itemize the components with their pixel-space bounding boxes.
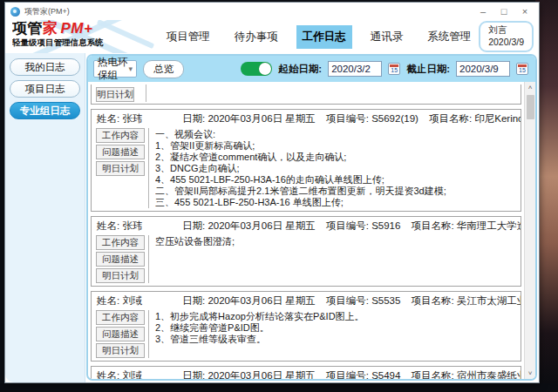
- entry-body: 工作内容问题描述明日计划一、视频会议:1、管架II更新标高确认;2、凝结水管道c…: [92, 127, 521, 211]
- overview-button[interactable]: 总览: [143, 60, 184, 78]
- entry-project-name: 项目名称: 印尼Kerinci 浆厂: [429, 112, 521, 125]
- entry-content-line: 1、初步完成将Hazop分析结论落实在P&ID图上。: [155, 311, 517, 322]
- window-titlebar: 项管家(PM+) – □ ×: [5, 3, 539, 20]
- entry-header: 姓名: 刘琙日期: 2020年03月06日 星期五项目编号: S5535项目名称…: [92, 292, 521, 309]
- vertical-scrollbar[interactable]: ˄ ˅: [524, 82, 535, 379]
- calendar-icon[interactable]: 15: [388, 63, 400, 75]
- tab-todo-items[interactable]: 待办事项: [228, 25, 284, 49]
- log-entry: 姓名: 张玮日期: 2020年03月06日 星期五项目编号: S5692(19)…: [91, 109, 521, 212]
- entry-date: 日期: 2020年03月06日 星期五: [182, 294, 316, 308]
- tab-project-management[interactable]: 项目管理: [160, 25, 216, 49]
- sidebar-item-my-log[interactable]: 我的日志: [10, 58, 80, 76]
- end-date-input[interactable]: [456, 61, 510, 77]
- calendar-icon[interactable]: 15: [516, 63, 528, 75]
- logo-subtitle: 轻量级项目管理信息系统: [12, 37, 159, 48]
- entry-header: 姓名: 张玮日期: 2020年03月06日 星期五项目编号: S5916项目名称…: [92, 217, 521, 234]
- log-list-wrap: 明日计划 姓名: 张玮日期: 2020年03月06日 星期五项目编号: S569…: [88, 82, 535, 379]
- scrollbar-thumb[interactable]: [527, 95, 534, 119]
- entry-content-line: 空压站设备图澄清;: [155, 236, 517, 247]
- entry-content: 一、视频会议:1、管架II更新标高确认;2、凝结水管道comment确认，以及走…: [149, 128, 521, 208]
- entry-project-no: 项目编号: S5692(19): [326, 112, 418, 125]
- entry-project-no: 项目编号: S5916: [326, 220, 401, 233]
- group-select[interactable]: 热电环保组 ▾: [93, 60, 137, 78]
- entry-buttons: 工作内容问题描述明日计划: [96, 310, 145, 358]
- tomorrow-plan-button[interactable]: 明日计划: [96, 268, 145, 283]
- log-entry: 姓名: 刘琙日期: 2020年03月06日 星期五项目编号: S5494项目名称…: [91, 366, 521, 379]
- app-logo: 项管家PM+ 轻量级项目管理信息系统: [12, 20, 159, 53]
- taskbar-strip: [0, 383, 558, 392]
- logo-pm-plus: PM+: [61, 20, 93, 37]
- sidebar-item-project-log[interactable]: 项目日志: [10, 80, 80, 98]
- tab-system-management[interactable]: 系统管理: [421, 25, 477, 49]
- sidebar: 我的日志 项目日志 专业组日志: [5, 53, 85, 382]
- filter-toggle[interactable]: [241, 62, 272, 76]
- entry-name: 姓名: 刘琙: [97, 294, 182, 308]
- start-date-label: 起始日期:: [278, 63, 322, 76]
- entry-header: 姓名: 刘琙日期: 2020年03月06日 星期五项目编号: S5494项目名称…: [92, 367, 521, 379]
- group-select-value: 热电环保组: [98, 56, 128, 82]
- toggle-knob: [259, 63, 271, 75]
- work-content-button[interactable]: 工作内容: [96, 310, 145, 325]
- entry-date: 日期: 2020年03月06日 星期五: [182, 369, 316, 379]
- entry-content-line: 2、凝结水管道comment确认，以及走向确认;: [155, 152, 517, 163]
- entry-body: 工作内容问题描述明日计划空压站设备图澄清;: [92, 234, 521, 286]
- entry-content-line: 一、视频会议:: [155, 129, 517, 140]
- user-date: 2020/3/9: [488, 37, 524, 49]
- entry-content-line: 三、455 5021-LBF-250-H3A-16 单线图上传;: [155, 197, 517, 208]
- entry-date: 日期: 2020年03月06日 星期五: [182, 112, 316, 125]
- entry-project-no: 项目编号: S5535: [326, 294, 401, 308]
- tab-work-log[interactable]: 工作日志: [296, 25, 352, 49]
- scroll-down-icon[interactable]: ˅: [525, 368, 536, 379]
- entry-content-line: 1、管架II更新标高确认;: [155, 140, 517, 152]
- filter-toolbar: 热电环保组 ▾ 总览 起始日期: 15 截止日期: 15: [88, 56, 535, 82]
- entry-project-name: 项目名称: 华南理工大学造纸与污染控制国家: [411, 220, 521, 233]
- entry-date: 日期: 2020年03月06日 星期五: [182, 220, 316, 233]
- entry-content-line: 4、455 5021-LBF-250-H3A-16的走向确认单线图上传;: [155, 174, 517, 186]
- window-title: 项管家(PM+): [24, 6, 473, 17]
- logo-text-black: 项管: [12, 20, 43, 37]
- app-header: 项管家PM+ 轻量级项目管理信息系统 项目管理 待办事项 工作日志 通讯录 系统…: [5, 20, 539, 53]
- entry-content-line: 二、管架II局部标高提升2.1米管道二维布置图更新，明天提资3d建模;: [155, 186, 517, 197]
- problem-description-button[interactable]: 问题描述: [96, 252, 145, 267]
- entry-project-name: 项目名称: 吴江市太湖工业废弃物处理有限公: [411, 294, 521, 308]
- scroll-up-icon[interactable]: ˄: [525, 82, 536, 93]
- user-badge[interactable]: 刘言 2020/3/9: [479, 21, 534, 51]
- start-date-input[interactable]: [328, 61, 382, 77]
- entry-body: 工作内容问题描述明日计划1、初步完成将Hazop分析结论落实在P&ID图上。2、…: [92, 309, 521, 361]
- maximize-button[interactable]: □: [493, 4, 514, 18]
- tomorrow-plan-button[interactable]: 明日计划: [96, 161, 145, 176]
- entry-header: 姓名: 张玮日期: 2020年03月06日 星期五项目编号: S5692(19)…: [92, 110, 521, 127]
- entry-content-line: 3、DNCG走向确认;: [155, 163, 517, 174]
- work-content-button[interactable]: 工作内容: [96, 235, 145, 250]
- sidebar-item-group-log[interactable]: 专业组日志: [10, 102, 80, 119]
- entry-content: 1、初步完成将Hazop分析结论落实在P&ID图上。2、继续完善管道P&ID图。…: [149, 310, 521, 358]
- problem-description-button[interactable]: 问题描述: [96, 145, 145, 159]
- entry-project-no: 项目编号: S5494: [326, 369, 401, 379]
- tomorrow-plan-button[interactable]: 明日计划: [96, 87, 134, 102]
- end-date-label: 截止日期:: [406, 63, 450, 76]
- problem-description-button[interactable]: 问题描述: [96, 327, 145, 341]
- logo-text-red: 家: [43, 20, 58, 37]
- entry-content: 空压站设备图澄清;: [149, 235, 521, 283]
- log-entry-partial: 明日计划: [91, 84, 521, 105]
- tomorrow-plan-button[interactable]: 明日计划: [96, 343, 145, 358]
- user-name: 刘言: [488, 24, 524, 37]
- divider: [146, 84, 146, 102]
- work-content-button[interactable]: 工作内容: [96, 128, 145, 143]
- app-window: 项管家(PM+) – □ × 项管家PM+ 轻量级项目管理信息系统 项目管理 待…: [4, 2, 540, 383]
- entry-content-line: 3、管道三维等级表审查。: [155, 334, 517, 345]
- entry-buttons: 工作内容问题描述明日计划: [96, 235, 145, 283]
- log-list: 明日计划 姓名: 张玮日期: 2020年03月06日 星期五项目编号: S569…: [88, 82, 524, 379]
- tab-contacts[interactable]: 通讯录: [364, 25, 410, 49]
- app-icon: [10, 7, 20, 17]
- log-entry: 姓名: 刘琙日期: 2020年03月06日 星期五项目编号: S5535项目名称…: [91, 291, 521, 362]
- minimize-button[interactable]: –: [473, 4, 493, 18]
- entry-name: 姓名: 张玮: [97, 112, 182, 125]
- entry-name: 姓名: 刘琙: [97, 369, 182, 379]
- log-entry: 姓名: 张玮日期: 2020年03月06日 星期五项目编号: S5916项目名称…: [91, 216, 521, 287]
- main-nav: 项目管理 待办事项 工作日志 通讯录 系统管理: [159, 25, 479, 49]
- chevron-down-icon: ▾: [128, 64, 133, 73]
- entry-buttons: 工作内容问题描述明日计划: [96, 128, 145, 208]
- entry-content-line: 2、继续完善管道P&ID图。: [155, 322, 517, 334]
- close-button[interactable]: ×: [514, 4, 535, 18]
